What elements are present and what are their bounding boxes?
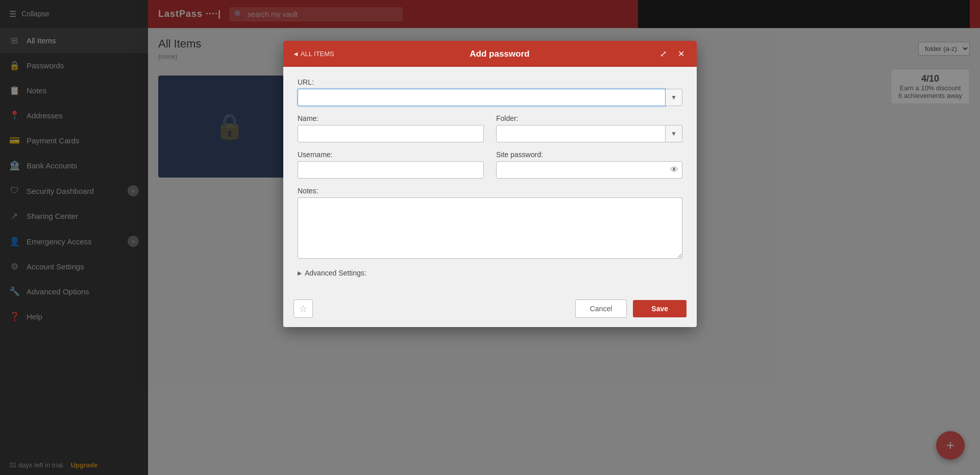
folder-label: Folder: bbox=[496, 114, 682, 122]
modal-header-actions: ⤢ ✕ bbox=[657, 48, 688, 60]
name-input[interactable] bbox=[298, 125, 484, 142]
site-password-input[interactable] bbox=[496, 161, 682, 179]
notes-field-group: Notes: bbox=[298, 187, 682, 261]
username-label: Username: bbox=[298, 151, 484, 159]
advanced-settings-arrow-icon: ▶ bbox=[298, 270, 302, 277]
username-password-row: Username: Site password: 👁 bbox=[298, 151, 682, 179]
site-password-col: Site password: 👁 bbox=[496, 151, 682, 179]
url-dropdown-button[interactable]: ▼ bbox=[666, 89, 682, 106]
modal-body: URL: ▼ Name: Folder: ▼ bbox=[283, 67, 697, 293]
advanced-settings-toggle[interactable]: ▶ Advanced Settings: bbox=[298, 269, 682, 277]
favorite-button[interactable]: ☆ bbox=[293, 299, 313, 318]
username-input[interactable] bbox=[298, 161, 484, 179]
folder-input[interactable] bbox=[496, 125, 666, 142]
notes-label: Notes: bbox=[298, 187, 682, 195]
advanced-settings-label: Advanced Settings: bbox=[305, 269, 366, 277]
url-label: URL: bbox=[298, 78, 682, 86]
modal-back-button[interactable]: ◄ ALL ITEMS bbox=[292, 50, 334, 58]
save-button[interactable]: Save bbox=[633, 300, 687, 317]
password-toggle-button[interactable]: 👁 bbox=[670, 165, 678, 174]
name-col: Name: bbox=[298, 114, 484, 142]
modal-expand-button[interactable]: ⤢ bbox=[657, 48, 670, 60]
modal-close-button[interactable]: ✕ bbox=[675, 48, 688, 60]
modal-footer: ☆ Cancel Save bbox=[283, 293, 697, 327]
folder-input-wrap: ▼ bbox=[496, 125, 682, 142]
url-input[interactable] bbox=[298, 89, 666, 106]
modal-header: ◄ ALL ITEMS Add password ⤢ ✕ bbox=[283, 41, 697, 67]
name-label: Name: bbox=[298, 114, 484, 122]
cancel-button[interactable]: Cancel bbox=[575, 299, 627, 318]
site-password-label: Site password: bbox=[496, 151, 682, 159]
url-input-wrap: ▼ bbox=[298, 89, 682, 106]
modal-overlay: ◄ ALL ITEMS Add password ⤢ ✕ URL: ▼ Name… bbox=[0, 0, 980, 475]
add-password-modal: ◄ ALL ITEMS Add password ⤢ ✕ URL: ▼ Name… bbox=[283, 41, 697, 327]
notes-textarea[interactable] bbox=[298, 197, 682, 259]
folder-col: Folder: ▼ bbox=[496, 114, 682, 142]
folder-dropdown-button[interactable]: ▼ bbox=[666, 125, 682, 142]
site-password-wrap: 👁 bbox=[496, 161, 682, 179]
modal-title: Add password bbox=[342, 49, 657, 59]
url-field-group: URL: ▼ bbox=[298, 78, 682, 106]
username-col: Username: bbox=[298, 151, 484, 179]
name-folder-row: Name: Folder: ▼ bbox=[298, 114, 682, 142]
